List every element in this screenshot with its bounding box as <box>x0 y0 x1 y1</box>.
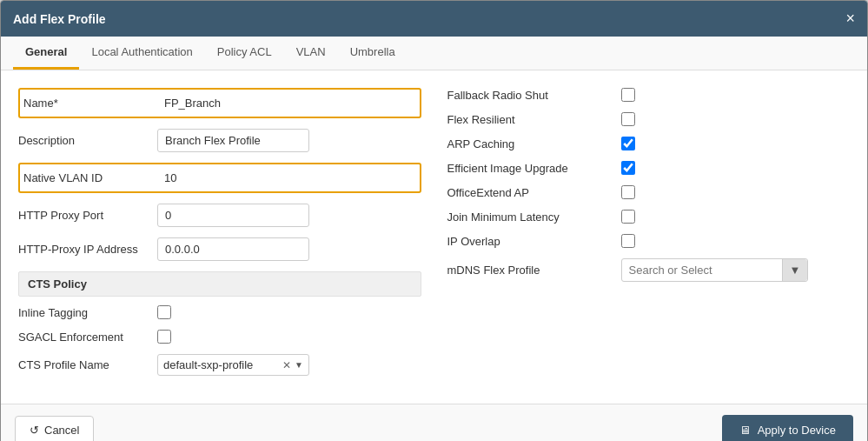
inline-tagging-row: Inline Tagging <box>18 305 421 319</box>
flex-resilient-checkbox[interactable] <box>621 112 635 126</box>
description-row: Description <box>18 129 421 152</box>
sgacl-enforcement-label: SGACL Enforcement <box>18 331 157 344</box>
mdns-flex-dropdown-button[interactable]: ▼ <box>782 259 808 281</box>
http-proxy-port-row: HTTP Proxy Port <box>18 204 421 227</box>
modal-container: Add Flex Profile × General Local Authent… <box>0 0 868 441</box>
ip-overlap-row: IP Overlap <box>447 234 851 248</box>
inline-tagging-checkbox[interactable] <box>157 305 171 319</box>
join-min-latency-label: Join Minimum Latency <box>447 210 621 224</box>
http-proxy-port-input[interactable] <box>157 204 309 227</box>
native-vlan-input[interactable] <box>157 167 305 189</box>
tab-general[interactable]: General <box>13 37 79 70</box>
native-vlan-row: Native VLAN ID <box>18 163 421 193</box>
modal-title: Add Flex Profile <box>13 12 106 26</box>
office-extend-row: OfficeExtend AP <box>447 185 851 199</box>
http-proxy-port-label: HTTP Proxy Port <box>18 209 157 222</box>
sgacl-enforcement-row: SGACL Enforcement <box>18 330 421 344</box>
cts-profile-dropdown-icon[interactable]: ▼ <box>295 360 303 370</box>
cts-profile-name-row: CTS Profile Name default-sxp-profile ✕ ▼ <box>18 354 421 376</box>
apply-to-device-button[interactable]: 🖥 Apply to Device <box>722 415 853 441</box>
cts-profile-clear-icon[interactable]: ✕ <box>282 359 291 371</box>
fallback-radio-label: Fallback Radio Shut <box>447 89 621 102</box>
arp-caching-row: ARP Caching <box>447 137 851 150</box>
http-proxy-ip-input[interactable] <box>157 237 309 261</box>
office-extend-checkbox[interactable] <box>621 185 635 199</box>
apply-icon: 🖥 <box>739 424 751 437</box>
modal-close-button[interactable]: × <box>845 10 855 28</box>
cts-profile-value: default-sxp-profile <box>163 358 279 371</box>
fallback-radio-checkbox[interactable] <box>621 88 635 102</box>
name-label: Name* <box>23 97 157 110</box>
join-min-latency-checkbox[interactable] <box>621 210 635 224</box>
modal-body: Name* Description Native VLAN ID HTTP Pr… <box>1 70 867 404</box>
apply-label: Apply to Device <box>758 424 836 437</box>
left-column: Name* Description Native VLAN ID HTTP Pr… <box>18 88 421 386</box>
mdns-flex-label: mDNS Flex Profile <box>447 264 621 277</box>
flex-resilient-row: Flex Resilient <box>447 112 851 126</box>
cancel-button[interactable]: ↺ Cancel <box>15 416 94 441</box>
arp-caching-checkbox[interactable] <box>621 137 635 150</box>
modal-header: Add Flex Profile × <box>1 1 867 37</box>
description-label: Description <box>18 134 157 147</box>
name-input[interactable] <box>157 92 305 114</box>
inline-tagging-label: Inline Tagging <box>18 306 157 319</box>
cancel-icon: ↺ <box>30 424 39 437</box>
description-input[interactable] <box>157 129 309 152</box>
http-proxy-ip-row: HTTP-Proxy IP Address <box>18 237 421 261</box>
mdns-flex-row: mDNS Flex Profile ▼ <box>447 258 851 282</box>
efficient-image-checkbox[interactable] <box>621 161 635 175</box>
cancel-label: Cancel <box>44 424 79 437</box>
arp-caching-label: ARP Caching <box>447 137 621 150</box>
right-column: Fallback Radio Shut Flex Resilient ARP C… <box>447 88 851 386</box>
name-row: Name* <box>18 88 421 118</box>
efficient-image-row: Efficient Image Upgrade <box>447 161 851 175</box>
sgacl-enforcement-checkbox[interactable] <box>157 330 171 344</box>
ip-overlap-checkbox[interactable] <box>621 234 635 248</box>
mdns-flex-select[interactable]: ▼ <box>621 258 809 282</box>
fallback-radio-row: Fallback Radio Shut <box>447 88 851 102</box>
office-extend-label: OfficeExtend AP <box>447 186 621 199</box>
efficient-image-label: Efficient Image Upgrade <box>447 162 621 175</box>
http-proxy-ip-label: HTTP-Proxy IP Address <box>18 243 157 256</box>
tab-policy-acl[interactable]: Policy ACL <box>205 37 284 70</box>
join-min-latency-row: Join Minimum Latency <box>447 210 851 224</box>
mdns-flex-input[interactable] <box>622 259 782 281</box>
tab-umbrella[interactable]: Umbrella <box>338 37 407 70</box>
modal-footer: ↺ Cancel 🖥 Apply to Device <box>1 404 867 441</box>
native-vlan-label: Native VLAN ID <box>23 171 157 184</box>
cts-profile-select[interactable]: default-sxp-profile ✕ ▼ <box>157 354 309 376</box>
tab-local-authentication[interactable]: Local Authentication <box>79 37 204 70</box>
tab-bar: General Local Authentication Policy ACL … <box>1 37 867 70</box>
cts-profile-name-label: CTS Profile Name <box>18 358 157 371</box>
cts-policy-header: CTS Policy <box>18 271 421 297</box>
ip-overlap-label: IP Overlap <box>447 235 621 248</box>
tab-vlan[interactable]: VLAN <box>284 37 338 70</box>
flex-resilient-label: Flex Resilient <box>447 113 621 126</box>
